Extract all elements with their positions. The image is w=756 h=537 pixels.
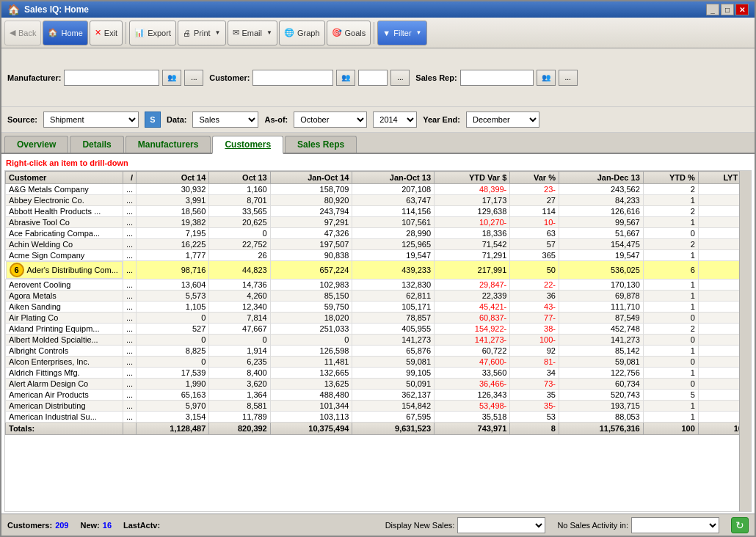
cell-6: 18,336 [435, 228, 510, 239]
maximize-button[interactable]: □ [721, 4, 734, 15]
table-row[interactable]: American Distributing...5,9708,581101,34… [6, 401, 751, 412]
cell-3: 22,752 [209, 239, 270, 250]
scrollbar[interactable] [739, 171, 751, 511]
minimize-button[interactable]: _ [706, 4, 719, 15]
tab-overview[interactable]: Overview [4, 136, 68, 153]
cell-1: ... [123, 390, 137, 401]
table-row[interactable]: Abbott Health Products ......18,56033,56… [6, 206, 751, 217]
table-row[interactable]: Akland Printing Equipm......52747,667251… [6, 324, 751, 335]
cell-6: 36,466- [435, 379, 510, 390]
close-button[interactable]: ✕ [735, 4, 749, 15]
table-row[interactable]: Abrasive Tool Co...19,38220,62597,291107… [6, 217, 751, 228]
cell-1: ... [123, 239, 137, 250]
table-row[interactable]: Albert Molded Spcialtie......000141,2731… [6, 335, 751, 346]
customer-search-button[interactable]: 👥 [336, 70, 355, 86]
table-row[interactable]: Agora Metals...5,5734,26085,15062,81122,… [6, 291, 751, 302]
table-row[interactable]: Air Plating Co...07,81418,02078,85760,83… [6, 313, 751, 324]
source-s-button[interactable]: S [145, 112, 161, 128]
no-activity-label: No Sales Activity in: [557, 521, 628, 530]
no-activity-select[interactable] [631, 517, 719, 533]
cell-4: 243,794 [270, 206, 352, 217]
home-button[interactable]: 🏠 Home [43, 21, 87, 45]
table-row[interactable]: Aerovent Cooling...13,60414,736102,98313… [6, 280, 751, 291]
back-button[interactable]: ◀ Back [4, 21, 41, 45]
refresh-button[interactable]: ↻ [731, 517, 749, 533]
cell-6: 22,339 [435, 291, 510, 302]
print-button[interactable]: 🖨 Print ▼ [178, 21, 226, 45]
email-button[interactable]: ✉ Email ▼ [228, 21, 277, 45]
table-row[interactable]: Alert Alarm Design Co...1,9903,62013,625… [6, 379, 751, 390]
manufacturer-more-button[interactable]: ... [184, 70, 203, 86]
table-row[interactable]: Alcon Enterprises, Inc....06,23511,48159… [6, 357, 751, 368]
yearend-select[interactable]: December [466, 112, 539, 128]
table-row[interactable]: Aiken Sanding...1,10512,34059,750105,171… [6, 302, 751, 313]
cell-8: 60,734 [559, 379, 643, 390]
tab-customers[interactable]: Customers [212, 136, 283, 154]
year-select[interactable]: 2014 [373, 112, 417, 128]
col-customer[interactable]: Customer [6, 172, 123, 184]
filter-button[interactable]: ▼ Filter ▼ [377, 21, 426, 45]
col-oct13[interactable]: Oct 13 [209, 172, 270, 184]
table-row[interactable]: American Air Products...65,1631,364488,4… [6, 390, 751, 401]
tab-sales-reps[interactable]: Sales Reps [285, 136, 357, 153]
cell-9: 1 [643, 195, 698, 206]
cell-1: ... [123, 217, 137, 228]
cell-3: 6,235 [209, 357, 270, 368]
salesrep-search-button[interactable]: 👥 [537, 70, 556, 86]
col-jandec13[interactable]: Jan-Dec 13 [559, 172, 643, 184]
source-select[interactable]: Shipment [43, 112, 139, 128]
customers-label: Customers: [7, 521, 52, 530]
cell-6: 10,270- [435, 217, 510, 228]
tab-manufacturers[interactable]: Manufacturers [126, 136, 211, 153]
cell-4: 97,291 [270, 217, 352, 228]
manufacturer-search-button[interactable]: 👥 [162, 70, 181, 86]
table-row[interactable]: A&G Metals Company...30,9321,160158,7092… [6, 184, 751, 195]
graph-button[interactable]: 🌐 Graph [279, 21, 325, 45]
table-row[interactable]: Ace Fabricating Compa......7,195047,3262… [6, 228, 751, 239]
table-row[interactable]: Abbey Electronic Co....3,9918,70180,9206… [6, 195, 751, 206]
totals-janoct14: 10,375,494 [270, 423, 352, 435]
display-new-select[interactable] [457, 517, 545, 533]
cell-0: Achin Welding Co [6, 239, 123, 250]
col-janoct13[interactable]: Jan-Oct 13 [352, 172, 435, 184]
cell-8: 111,710 [559, 302, 643, 313]
table-row[interactable]: Acme Sign Company...1,7772690,83819,5477… [6, 250, 751, 261]
table-row[interactable]: 6Ader's Distributing Com......98,71644,8… [6, 261, 751, 280]
salesrep-more-button[interactable]: ... [559, 70, 578, 86]
col-ytdpct[interactable]: YTD % [643, 172, 698, 184]
print-icon: 🖨 [183, 29, 191, 37]
cell-2: 19,382 [137, 217, 209, 228]
table-row[interactable]: American Industrial Su......3,15411,7891… [6, 412, 751, 423]
cell-6: 126,343 [435, 390, 510, 401]
cell-7: 365 [510, 250, 559, 261]
cell-5: 107,561 [352, 217, 435, 228]
display-new-label: Display New Sales: [385, 521, 455, 530]
cell-4: 101,344 [270, 401, 352, 412]
customer-more-button[interactable]: ... [390, 70, 410, 86]
table-row[interactable]: Aldrich Fittings Mfg....17,5398,400132,6… [6, 368, 751, 379]
salesrep-input[interactable] [460, 70, 534, 86]
cell-6: 60,837- [435, 313, 510, 324]
col-ytdvar[interactable]: YTD Var $ [435, 172, 510, 184]
table-row[interactable]: Achin Welding Co...16,22522,752197,50712… [6, 239, 751, 250]
cell-2: 7,195 [137, 228, 209, 239]
data-table-scroll[interactable]: Customer / Oct 14 Oct 13 Jan-Oct 14 Jan-… [5, 171, 751, 511]
tab-details[interactable]: Details [70, 136, 123, 153]
col-janoct14[interactable]: Jan-Oct 14 [270, 172, 352, 184]
goals-button[interactable]: 🎯 Goals [327, 21, 371, 45]
data-select[interactable]: Sales [192, 112, 258, 128]
table-row[interactable]: Albright Controls...8,8251,914126,59865,… [6, 346, 751, 357]
cell-0: Abrasive Tool Co [6, 217, 123, 228]
customer-input[interactable] [252, 70, 333, 86]
customer-input2[interactable] [358, 70, 388, 86]
col-oct14[interactable]: Oct 14 [137, 172, 209, 184]
cell-1: ... [123, 184, 137, 195]
cell-3: 47,667 [209, 324, 270, 335]
cell-1: ... [123, 302, 137, 313]
asof-select[interactable]: October [294, 112, 367, 128]
data-table-wrapper: Customer / Oct 14 Oct 13 Jan-Oct 14 Jan-… [4, 170, 752, 512]
export-button[interactable]: 📊 Export [129, 21, 176, 45]
manufacturer-input[interactable] [64, 70, 159, 86]
col-varpct[interactable]: Var % [510, 172, 559, 184]
exit-button[interactable]: ✕ Exit [90, 21, 123, 45]
